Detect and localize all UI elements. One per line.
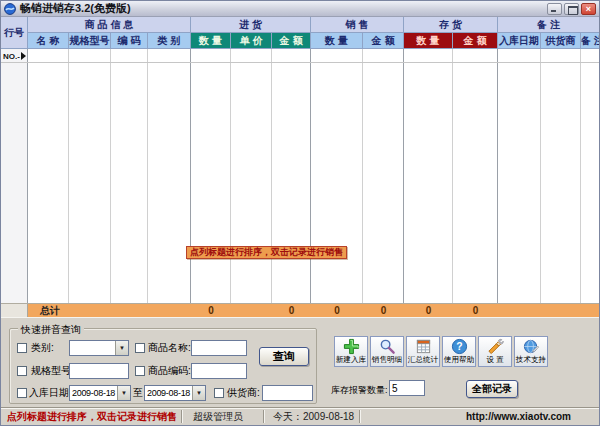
bottom-panel: 快速拼音查询 类别: ▼ 商品名称: 查询 规格型号: 商品编码: 入库日期: … bbox=[1, 317, 599, 407]
column-header-note[interactable]: 备 注 bbox=[581, 33, 599, 49]
total-sales-qty: 0 bbox=[311, 304, 363, 317]
chevron-down-icon[interactable]: ▼ bbox=[115, 341, 128, 355]
all-records-button[interactable]: 全部记录 bbox=[466, 380, 518, 398]
body-col-row-number bbox=[1, 49, 28, 303]
column-header-category[interactable]: 类 别 bbox=[148, 33, 191, 49]
query-button[interactable]: 查询 bbox=[259, 347, 309, 366]
product-name-label: 商品名称: bbox=[148, 342, 191, 354]
sales-detail-icon bbox=[379, 338, 396, 355]
status-divider bbox=[359, 410, 361, 423]
date-from-select[interactable]: 2009-08-18▼ bbox=[69, 385, 131, 401]
table-header: 行号 商 品 信 息 进 货 销 售 存 货 备 注 名 称 规格型号 编 码 … bbox=[1, 17, 599, 49]
supplier-checkbox[interactable] bbox=[214, 388, 224, 398]
spec-label: 规格型号: bbox=[31, 365, 74, 377]
chevron-down-icon[interactable]: ▼ bbox=[117, 386, 130, 400]
minimize-icon[interactable] bbox=[547, 3, 562, 15]
table-row[interactable]: NO.- bbox=[1, 49, 599, 63]
tech-support-button[interactable]: 技术支持 bbox=[514, 336, 548, 367]
total-purchase-qty: 0 bbox=[191, 304, 231, 317]
status-divider bbox=[181, 410, 183, 423]
supplier-label: 供货商: bbox=[227, 387, 260, 399]
column-header-supplier[interactable]: 供货商 bbox=[541, 33, 581, 49]
product-code-checkbox[interactable] bbox=[135, 366, 145, 376]
chevron-down-icon[interactable]: ▼ bbox=[192, 386, 205, 400]
column-header-stock-amount[interactable]: 金 额 bbox=[453, 33, 498, 49]
title-bar: 畅销进销存3.2(免费版) × bbox=[1, 1, 599, 17]
column-header-row-number[interactable]: 行号 bbox=[1, 17, 28, 49]
help-icon: ? bbox=[451, 338, 468, 355]
column-header-stock-qty[interactable]: 数 量 bbox=[404, 33, 453, 49]
in-date-checkbox[interactable] bbox=[17, 388, 27, 398]
total-stock-amount: 0 bbox=[453, 304, 498, 317]
group-header-stock[interactable]: 存 货 bbox=[404, 17, 498, 33]
in-date-label: 入库日期: bbox=[29, 387, 72, 399]
group-header-product-info[interactable]: 商 品 信 息 bbox=[28, 17, 191, 33]
status-divider bbox=[263, 410, 265, 423]
record-indicator: NO.- bbox=[2, 50, 28, 62]
spec-input[interactable] bbox=[69, 363, 129, 379]
product-code-label: 商品编码: bbox=[148, 365, 191, 377]
column-header-row: 名 称 规格型号 编 码 类 别 数 量 单 价 金 额 数 量 金 额 数 量… bbox=[28, 33, 599, 49]
stock-alarm-label: 库存报警数量: bbox=[331, 384, 388, 396]
column-header-purchase-qty[interactable]: 数 量 bbox=[191, 33, 231, 49]
totals-row-header bbox=[1, 304, 28, 317]
supplier-input[interactable] bbox=[262, 385, 313, 401]
total-stock-qty: 0 bbox=[404, 304, 453, 317]
product-name-checkbox[interactable] bbox=[135, 343, 145, 353]
svg-text:?: ? bbox=[456, 341, 462, 352]
record-indicator-icon bbox=[21, 52, 26, 60]
totals-row: 总计 0 0 0 0 0 0 bbox=[1, 303, 599, 317]
app-icon bbox=[4, 3, 16, 15]
help-button[interactable]: ? 使用帮助 bbox=[442, 336, 476, 367]
maximize-icon[interactable] bbox=[564, 3, 579, 15]
status-bar: 点列标题进行排序，双击记录进行销售 超级管理员 今天：2009-08-18 ht… bbox=[1, 407, 599, 425]
close-icon[interactable]: × bbox=[581, 3, 596, 15]
product-name-input[interactable] bbox=[191, 340, 247, 356]
summary-stats-button[interactable]: 汇总统计 bbox=[406, 336, 440, 367]
add-stock-icon bbox=[343, 338, 360, 355]
total-purchase-amount: 0 bbox=[272, 304, 311, 317]
column-header-spec[interactable]: 规格型号 bbox=[69, 33, 111, 49]
group-header-purchase[interactable]: 进 货 bbox=[191, 17, 311, 33]
totals-label: 总计 bbox=[40, 304, 60, 317]
category-checkbox[interactable] bbox=[17, 343, 27, 353]
column-header-name[interactable]: 名 称 bbox=[28, 33, 69, 49]
quick-query-title: 快速拼音查询 bbox=[18, 323, 84, 337]
column-header-code[interactable]: 编 码 bbox=[111, 33, 148, 49]
settings-button[interactable]: 设 置 bbox=[478, 336, 512, 367]
status-url: http://www.xiaotv.com bbox=[466, 408, 571, 425]
category-label: 类别: bbox=[31, 342, 54, 354]
sales-detail-button[interactable]: 销售明细 bbox=[370, 336, 404, 367]
stock-alarm-input[interactable] bbox=[389, 380, 425, 396]
column-header-sales-amount[interactable]: 金 额 bbox=[363, 33, 404, 49]
settings-icon bbox=[487, 338, 504, 355]
product-code-input[interactable] bbox=[191, 363, 247, 379]
app-window: 畅销进销存3.2(免费版) × 行号 商 品 信 息 进 货 销 售 存 货 备… bbox=[0, 0, 600, 426]
column-header-in-date[interactable]: 入库日期 bbox=[498, 33, 541, 49]
column-header-purchase-amount[interactable]: 金 额 bbox=[272, 33, 311, 49]
spec-checkbox[interactable] bbox=[17, 366, 27, 376]
group-header-sales[interactable]: 销 售 bbox=[311, 17, 404, 33]
status-hint: 点列标题进行排序，双击记录进行销售 bbox=[7, 408, 177, 425]
tech-support-icon bbox=[523, 338, 540, 355]
group-header-notes[interactable]: 备 注 bbox=[498, 17, 599, 33]
status-user: 超级管理员 bbox=[193, 408, 243, 425]
summary-stats-icon bbox=[415, 338, 432, 355]
column-header-sales-qty[interactable]: 数 量 bbox=[311, 33, 363, 49]
category-select[interactable]: ▼ bbox=[69, 340, 129, 356]
total-sales-amount: 0 bbox=[363, 304, 404, 317]
new-stock-button[interactable]: 新建入库 bbox=[334, 336, 368, 367]
column-header-purchase-price[interactable]: 单 价 bbox=[231, 33, 272, 49]
group-header-row: 商 品 信 息 进 货 销 售 存 货 备 注 bbox=[28, 17, 599, 33]
table-body[interactable]: NO.- 点列标题进行排序，双击记录进行销售 bbox=[1, 49, 599, 303]
status-today: 今天：2009-08-18 bbox=[273, 408, 354, 425]
date-to-select[interactable]: 2009-08-18▼ bbox=[144, 385, 206, 401]
date-to-label: 至 bbox=[133, 387, 143, 399]
window-title: 畅销进销存3.2(免费版) bbox=[20, 1, 131, 16]
sort-hint-tooltip: 点列标题进行排序，双击记录进行销售 bbox=[186, 246, 347, 259]
